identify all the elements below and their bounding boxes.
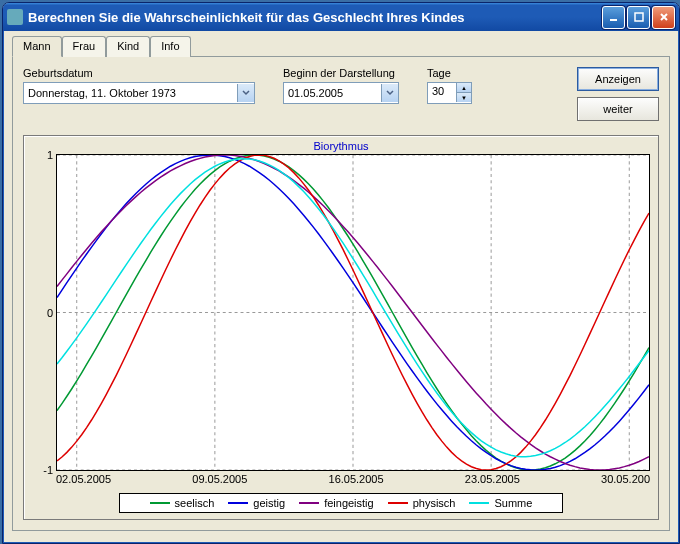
app-icon [7, 9, 23, 25]
ytick: 0 [35, 307, 53, 319]
plot-area: 1 0 -1 [56, 154, 650, 471]
chevron-down-icon[interactable] [237, 84, 254, 102]
birthdate-field: Geburtsdatum Donnerstag, 11. Oktober 197… [23, 67, 255, 104]
next-button[interactable]: weiter [577, 97, 659, 121]
legend-item: geistig [228, 497, 285, 509]
xtick: 23.05.2005 [465, 473, 601, 485]
svg-rect-0 [610, 19, 617, 21]
days-label: Tage [427, 67, 472, 79]
startdate-field: Beginn der Darstellung 01.05.2005 [283, 67, 399, 104]
days-spinner[interactable]: 30 ▲ ▼ [427, 82, 472, 104]
maximize-button[interactable] [627, 6, 650, 29]
legend-item: physisch [388, 497, 456, 509]
days-value: 30 [428, 83, 456, 103]
xtick: 16.05.2005 [329, 473, 465, 485]
legend-item: seelisch [150, 497, 215, 509]
xtick: 02.05.2005 [56, 473, 192, 485]
days-field: Tage 30 ▲ ▼ [427, 67, 472, 104]
legend-item: feingeistig [299, 497, 374, 509]
spin-down-icon[interactable]: ▼ [456, 93, 471, 102]
xtick: 30.05.200 [601, 473, 650, 485]
chart-title: Biorythmus [32, 140, 650, 152]
curves-svg [57, 155, 649, 470]
tab-kind[interactable]: Kind [106, 36, 150, 57]
birthdate-dropdown[interactable]: Donnerstag, 11. Oktober 1973 [23, 82, 255, 104]
tab-info[interactable]: Info [150, 36, 190, 57]
chevron-down-icon[interactable] [381, 84, 398, 102]
legend-item: Summe [469, 497, 532, 509]
ytick: -1 [35, 464, 53, 476]
close-button[interactable] [652, 6, 675, 29]
spin-up-icon[interactable]: ▲ [456, 83, 471, 93]
app-window: Berechnen Sie die Wahrscheinlichkeit für… [2, 2, 680, 544]
tab-strip: Mann Frau Kind Info [12, 35, 676, 56]
show-button[interactable]: Anzeigen [577, 67, 659, 91]
legend: seelisch geistig feingeistig physisch Su… [119, 493, 563, 513]
titlebar[interactable]: Berechnen Sie die Wahrscheinlichkeit für… [3, 3, 679, 31]
birthdate-value: Donnerstag, 11. Oktober 1973 [28, 87, 176, 99]
startdate-value: 01.05.2005 [288, 87, 343, 99]
minimize-button[interactable] [602, 6, 625, 29]
window-title: Berechnen Sie die Wahrscheinlichkeit für… [28, 10, 602, 25]
startdate-label: Beginn der Darstellung [283, 67, 399, 79]
svg-rect-1 [635, 13, 643, 21]
birthdate-label: Geburtsdatum [23, 67, 255, 79]
xtick: 09.05.2005 [192, 473, 328, 485]
x-axis-labels: 02.05.2005 09.05.2005 16.05.2005 23.05.2… [56, 473, 650, 485]
chart-panel: Biorythmus 1 0 -1 [23, 135, 659, 520]
startdate-dropdown[interactable]: 01.05.2005 [283, 82, 399, 104]
tab-page: Geburtsdatum Donnerstag, 11. Oktober 197… [12, 56, 670, 531]
tab-frau[interactable]: Frau [62, 36, 107, 57]
tab-mann[interactable]: Mann [12, 36, 62, 57]
ytick: 1 [35, 149, 53, 161]
